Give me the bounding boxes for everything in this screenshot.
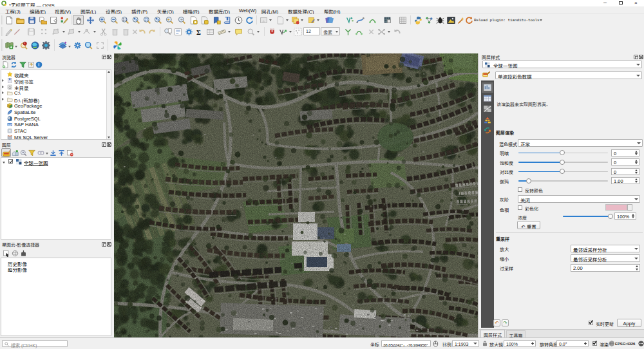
svg-text:SAP: SAP <box>8 124 12 126</box>
svg-text:1:1: 1:1 <box>123 18 128 21</box>
svg-text:i: i <box>38 62 39 67</box>
svg-text:Σ: Σ <box>196 29 201 36</box>
